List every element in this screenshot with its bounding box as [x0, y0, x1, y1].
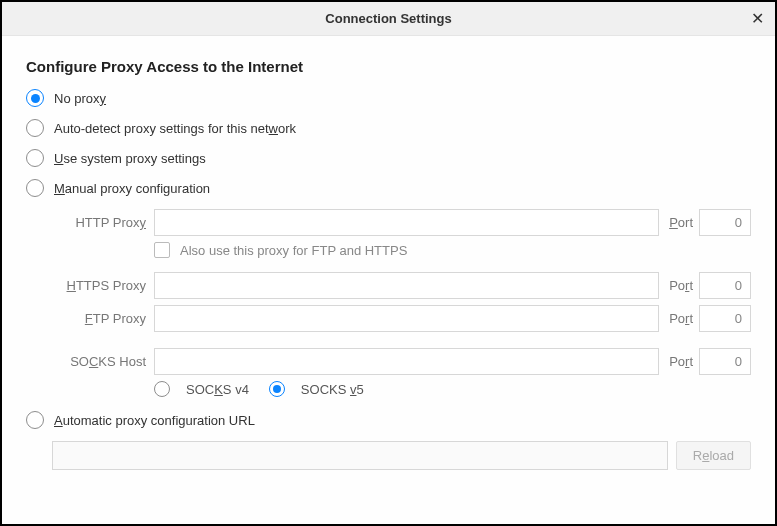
- auto-detect-radio[interactable]: [26, 119, 44, 137]
- http-proxy-label: HTTP Proxy: [52, 215, 154, 230]
- https-proxy-row: HTTPS Proxy Port: [52, 272, 751, 299]
- ftp-proxy-row: FTP Proxy Port: [52, 305, 751, 332]
- http-port-input[interactable]: [699, 209, 751, 236]
- http-port-label: Port: [669, 215, 693, 230]
- system-proxy-radio[interactable]: [26, 149, 44, 167]
- https-proxy-label: HTTPS Proxy: [52, 278, 154, 293]
- https-port-label: Port: [669, 278, 693, 293]
- https-port-input[interactable]: [699, 272, 751, 299]
- connection-settings-window: Connection Settings ✕ Configure Proxy Ac…: [2, 2, 775, 524]
- auto-config-url-label: Automatic proxy configuration URL: [54, 413, 255, 428]
- http-proxy-row: HTTP Proxy Port: [52, 209, 751, 236]
- socks-host-input[interactable]: [154, 348, 659, 375]
- ftp-port-input[interactable]: [699, 305, 751, 332]
- close-icon: ✕: [751, 9, 764, 28]
- content-area: Configure Proxy Access to the Internet N…: [2, 36, 775, 524]
- auto-url-input-row: Reload: [52, 441, 751, 470]
- https-proxy-input[interactable]: [154, 272, 659, 299]
- also-use-proxy-row[interactable]: Also use this proxy for FTP and HTTPS: [154, 242, 751, 258]
- reload-button[interactable]: Reload: [676, 441, 751, 470]
- socks-host-label: SOCKS Host: [52, 354, 154, 369]
- manual-proxy-form: HTTP Proxy Port Also use this proxy for …: [52, 209, 751, 397]
- ftp-port-label: Port: [669, 311, 693, 326]
- auto-config-url-row[interactable]: Automatic proxy configuration URL: [26, 411, 751, 429]
- no-proxy-radio[interactable]: [26, 89, 44, 107]
- also-use-proxy-label: Also use this proxy for FTP and HTTPS: [180, 243, 407, 258]
- socks-v5-label: SOCKS v5: [301, 382, 364, 397]
- auto-detect-label: Auto-detect proxy settings for this netw…: [54, 121, 296, 136]
- socks-port-input[interactable]: [699, 348, 751, 375]
- manual-proxy-radio[interactable]: [26, 179, 44, 197]
- system-proxy-row[interactable]: Use system proxy settings: [26, 149, 751, 167]
- socks-port-label: Port: [669, 354, 693, 369]
- close-button[interactable]: ✕: [747, 9, 767, 29]
- window-title: Connection Settings: [325, 11, 451, 26]
- no-proxy-row[interactable]: No proxy: [26, 89, 751, 107]
- manual-proxy-label: Manual proxy configuration: [54, 181, 210, 196]
- section-heading: Configure Proxy Access to the Internet: [26, 58, 751, 75]
- manual-proxy-row[interactable]: Manual proxy configuration: [26, 179, 751, 197]
- titlebar: Connection Settings ✕: [2, 2, 775, 36]
- ftp-proxy-input[interactable]: [154, 305, 659, 332]
- socks-v5-radio[interactable]: [269, 381, 285, 397]
- no-proxy-label: No proxy: [54, 91, 106, 106]
- http-proxy-input[interactable]: [154, 209, 659, 236]
- auto-detect-row[interactable]: Auto-detect proxy settings for this netw…: [26, 119, 751, 137]
- socks-v4-label: SOCKS v4: [186, 382, 249, 397]
- auto-config-url-radio[interactable]: [26, 411, 44, 429]
- system-proxy-label: Use system proxy settings: [54, 151, 206, 166]
- auto-config-url-input[interactable]: [52, 441, 668, 470]
- socks-version-row: SOCKS v4 SOCKS v5: [154, 381, 751, 397]
- also-use-proxy-checkbox[interactable]: [154, 242, 170, 258]
- socks-v4-radio[interactable]: [154, 381, 170, 397]
- ftp-proxy-label: FTP Proxy: [52, 311, 154, 326]
- socks-host-row: SOCKS Host Port: [52, 348, 751, 375]
